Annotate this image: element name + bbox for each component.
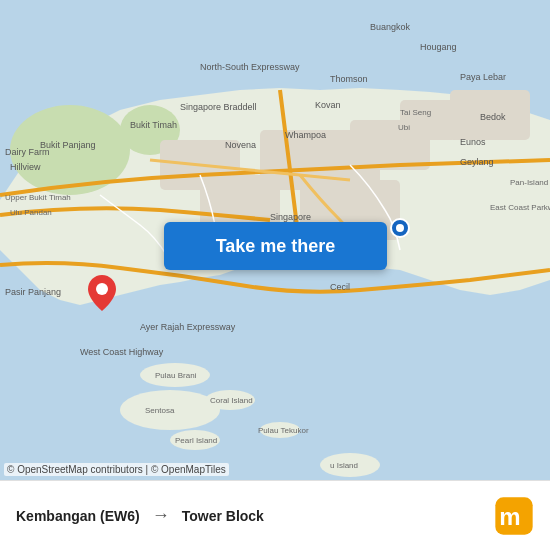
svg-point-50 <box>96 283 108 295</box>
svg-text:Thomson: Thomson <box>330 74 368 84</box>
svg-text:North-South Expressway: North-South Expressway <box>200 62 300 72</box>
route-to: Tower Block <box>182 508 264 524</box>
svg-text:Hougang: Hougang <box>420 42 457 52</box>
svg-text:Ulu Pandan: Ulu Pandan <box>10 208 52 217</box>
svg-text:Paya Lebar: Paya Lebar <box>460 72 506 82</box>
origin-pin <box>390 218 410 242</box>
svg-text:Geylang: Geylang <box>460 157 494 167</box>
svg-text:West Coast Highway: West Coast Highway <box>80 347 164 357</box>
svg-text:Hillview: Hillview <box>10 162 41 172</box>
moovit-icon-svg: m <box>494 496 534 536</box>
svg-text:East Coast Parkway: East Coast Parkway <box>490 203 550 212</box>
svg-text:Dairy Farm: Dairy Farm <box>5 147 50 157</box>
svg-text:Pan-Island Expressway: Pan-Island Expressway <box>510 178 550 187</box>
svg-text:m: m <box>499 503 520 530</box>
svg-text:Buangkok: Buangkok <box>370 22 411 32</box>
destination-pin <box>88 275 116 315</box>
map-attribution: © OpenStreetMap contributors | © OpenMap… <box>4 463 229 476</box>
svg-text:Coral Island: Coral Island <box>210 396 253 405</box>
svg-text:Ubi: Ubi <box>398 123 410 132</box>
svg-text:Bukit Timah: Bukit Timah <box>130 120 177 130</box>
svg-text:Ayer Rajah Expressway: Ayer Rajah Expressway <box>140 322 236 332</box>
svg-text:Bedok: Bedok <box>480 112 506 122</box>
svg-text:Kovan: Kovan <box>315 100 341 110</box>
take-me-there-button[interactable]: Take me there <box>164 222 387 270</box>
svg-text:u Island: u Island <box>330 461 358 470</box>
svg-text:Pulau Brani: Pulau Brani <box>155 371 197 380</box>
moovit-logo: m <box>494 496 534 536</box>
svg-text:Singapore: Singapore <box>270 212 311 222</box>
svg-text:Singapore Braddell: Singapore Braddell <box>180 102 257 112</box>
svg-text:Novena: Novena <box>225 140 256 150</box>
map-container: Bukit Panjang Bukit Timah Buangkok Houga… <box>0 0 550 480</box>
svg-text:Tai Seng: Tai Seng <box>400 108 431 117</box>
svg-point-52 <box>396 224 404 232</box>
svg-text:Whampoa: Whampoa <box>285 130 326 140</box>
route-from: Kembangan (EW6) <box>16 508 140 524</box>
svg-text:Pasir Panjang: Pasir Panjang <box>5 287 61 297</box>
arrow-icon: → <box>152 505 170 526</box>
svg-text:Eunos: Eunos <box>460 137 486 147</box>
bottom-bar: Kembangan (EW6) → Tower Block m <box>0 480 550 550</box>
svg-text:Pearl Island: Pearl Island <box>175 436 217 445</box>
svg-text:Upper Bukit Timah: Upper Bukit Timah <box>5 193 71 202</box>
svg-text:Pulau Tekukor: Pulau Tekukor <box>258 426 309 435</box>
svg-text:Cecil: Cecil <box>330 282 350 292</box>
svg-text:Sentosa: Sentosa <box>145 406 175 415</box>
